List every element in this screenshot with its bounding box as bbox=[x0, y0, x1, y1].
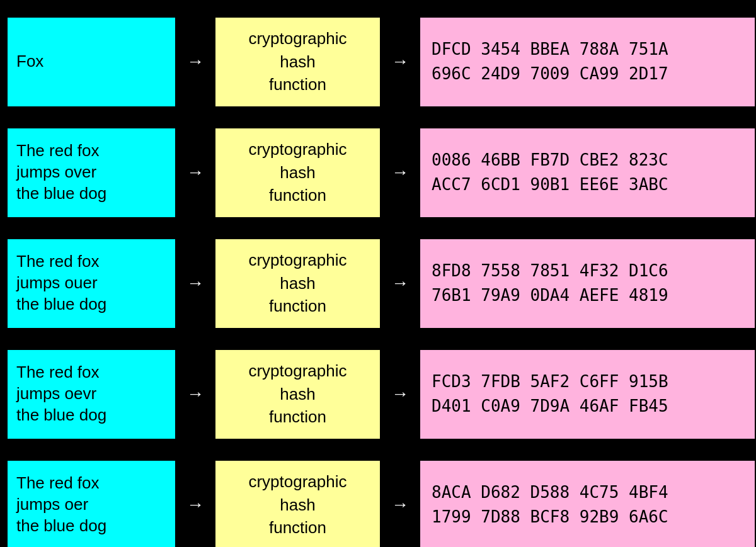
output-text-3: 8FD8 7558 7851 4F32 D1C676B1 79A9 0DA4 A… bbox=[432, 259, 668, 308]
hash-box-3: cryptographic hash function bbox=[214, 238, 381, 329]
output-box-2: 0086 46BB FB7D CBE2 823CACC7 6CD1 90B1 E… bbox=[419, 127, 756, 218]
arrow2-3: → bbox=[381, 273, 419, 293]
arrow2-1: → bbox=[381, 52, 419, 72]
arrow1-2: → bbox=[176, 162, 214, 183]
arrow1-5: → bbox=[176, 495, 214, 515]
row-2: The red fox jumps over the blue dog→cryp… bbox=[0, 122, 756, 223]
output-box-1: DFCD 3454 BBEA 788A 751A696C 24D9 7009 C… bbox=[419, 16, 756, 108]
input-box-3: The red fox jumps ouer the blue dog bbox=[6, 238, 176, 329]
hash-box-2: cryptographic hash function bbox=[214, 127, 381, 218]
hash-box-1: cryptographic hash function bbox=[214, 16, 381, 108]
arrow2-5: → bbox=[381, 495, 419, 515]
hash-box-5: cryptographic hash function bbox=[214, 460, 381, 548]
arrow1-4: → bbox=[176, 384, 214, 404]
arrow2-2: → bbox=[381, 162, 419, 183]
output-text-1: DFCD 3454 BBEA 788A 751A696C 24D9 7009 C… bbox=[432, 37, 668, 86]
output-box-4: FCD3 7FDB 5AF2 C6FF 915BD401 C0A9 7D9A 4… bbox=[419, 349, 756, 440]
arrow1-1: → bbox=[176, 52, 214, 72]
input-box-5: The red fox jumps oer the blue dog bbox=[6, 460, 176, 548]
hash-box-4: cryptographic hash function bbox=[214, 349, 381, 440]
input-box-2: The red fox jumps over the blue dog bbox=[6, 127, 176, 218]
arrow1-3: → bbox=[176, 273, 214, 293]
row-4: The red fox jumps oevr the blue dog→cryp… bbox=[0, 344, 756, 444]
output-text-4: FCD3 7FDB 5AF2 C6FF 915BD401 C0A9 7D9A 4… bbox=[432, 369, 668, 419]
input-box-1: Fox bbox=[6, 16, 176, 108]
output-box-3: 8FD8 7558 7851 4F32 D1C676B1 79A9 0DA4 A… bbox=[419, 238, 756, 329]
arrow2-4: → bbox=[381, 384, 419, 404]
row-5: The red fox jumps oer the blue dog→crypt… bbox=[0, 454, 756, 547]
row-1: Fox→cryptographic hash function→DFCD 345… bbox=[0, 11, 756, 112]
row-3: The red fox jumps ouer the blue dog→cryp… bbox=[0, 233, 756, 334]
input-box-4: The red fox jumps oevr the blue dog bbox=[6, 349, 176, 440]
output-box-5: 8ACA D682 D588 4C75 4BF41799 7D88 BCF8 9… bbox=[419, 460, 756, 548]
main-container: Fox→cryptographic hash function→DFCD 345… bbox=[0, 0, 756, 547]
output-text-2: 0086 46BB FB7D CBE2 823CACC7 6CD1 90B1 E… bbox=[432, 148, 668, 197]
output-text-5: 8ACA D682 D588 4C75 4BF41799 7D88 BCF8 9… bbox=[432, 480, 668, 529]
